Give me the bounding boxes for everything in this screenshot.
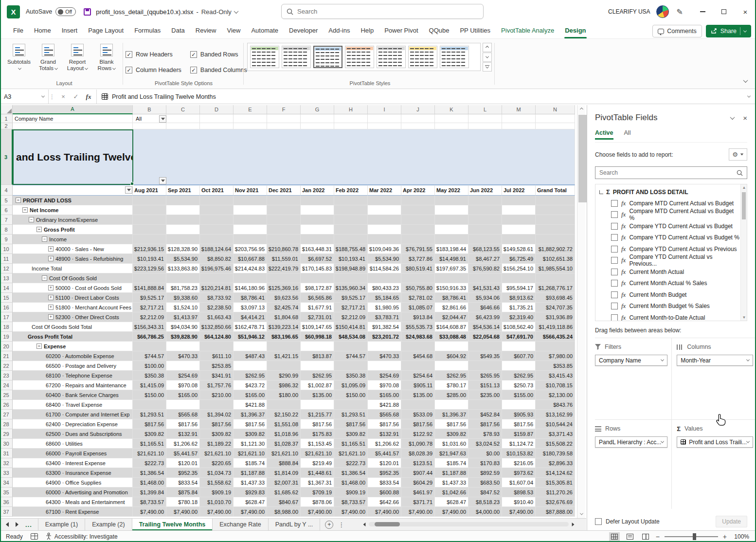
cell-G28[interactable]: $817.56 bbox=[301, 419, 334, 429]
row-header-35[interactable]: 35 bbox=[0, 488, 13, 497]
cell-N17[interactable]: $31,936.89 bbox=[536, 312, 575, 322]
row-label-5[interactable]: −PROFIT AND LOSS bbox=[13, 196, 133, 205]
cell-L36[interactable]: $8,518.23 bbox=[468, 497, 502, 507]
cell-G9[interactable] bbox=[301, 235, 334, 244]
cell-B32[interactable]: $222.73 bbox=[133, 458, 166, 468]
cell-D22[interactable]: $253.85 bbox=[200, 361, 234, 371]
cell-K18[interactable]: $164,608.87 bbox=[435, 322, 468, 332]
cell-E8[interactable] bbox=[234, 225, 267, 235]
cell-M7[interactable] bbox=[502, 215, 536, 225]
name-box[interactable]: A3 bbox=[0, 90, 49, 104]
field-source-profit-and-loss-detail[interactable]: ΣPROFIT AND LOSS DETAIL bbox=[598, 186, 740, 198]
cell-B23[interactable]: $350.38 bbox=[133, 371, 166, 380]
cell-B14[interactable]: $141,888.84 bbox=[133, 283, 166, 293]
cell-L14[interactable]: $41,531.43 bbox=[468, 283, 502, 293]
row-label-30[interactable]: 68600 · Utilities bbox=[13, 439, 133, 449]
cell-F33[interactable]: $1,814.09 bbox=[267, 468, 301, 478]
cell-C18[interactable]: $94,034.90 bbox=[166, 322, 200, 332]
cell-G21[interactable]: $813.87 bbox=[301, 351, 334, 361]
row-label-19[interactable]: Gross Profit Total bbox=[13, 332, 133, 342]
columns-pill-month-year[interactable]: Month-Year bbox=[677, 355, 753, 366]
collapse-icon[interactable]: − bbox=[29, 217, 34, 222]
cell-H18[interactable]: $150,414.81 bbox=[334, 322, 368, 332]
cell-M33[interactable]: $973.62 bbox=[502, 468, 536, 478]
cell-M30[interactable]: $1,124.72 bbox=[502, 439, 536, 449]
cell-B2[interactable] bbox=[133, 123, 166, 129]
cell-M10[interactable]: $149,528.61 bbox=[502, 244, 536, 254]
checkbox-column-headers[interactable] bbox=[126, 67, 132, 73]
cell-E16[interactable]: $3,097.13 bbox=[234, 303, 267, 312]
cell-H5[interactable] bbox=[334, 196, 368, 205]
column-header-N[interactable]: N bbox=[536, 105, 575, 114]
cell-D34[interactable]: $1,558.62 bbox=[200, 478, 234, 488]
cell-J14[interactable]: $50,755.80 bbox=[401, 283, 435, 293]
cell-B36[interactable]: $8,733.57 bbox=[133, 497, 166, 507]
row-label-6[interactable]: −Net Income bbox=[13, 205, 133, 215]
cell-D24[interactable]: $1,757.76 bbox=[200, 380, 234, 390]
cell-F13[interactable] bbox=[267, 273, 301, 283]
cell-E17[interactable]: $4,414.21 bbox=[234, 312, 267, 322]
cell-M26[interactable] bbox=[502, 400, 536, 410]
row-label-15[interactable]: +51100 · Direct Labor Costs bbox=[13, 293, 133, 303]
cell-B19[interactable]: $66,786.25 bbox=[133, 332, 166, 342]
cell-A1[interactable]: Company Name bbox=[13, 114, 133, 123]
cell-B13[interactable] bbox=[133, 273, 166, 283]
cell-F16[interactable]: $2,425.74 bbox=[267, 303, 301, 312]
cell-D30[interactable]: $1,189.22 bbox=[200, 439, 234, 449]
cell-B9[interactable] bbox=[133, 235, 166, 244]
cell-N37[interactable]: $87,888.00 bbox=[536, 507, 575, 517]
cell-K12[interactable]: $197,697.35 bbox=[435, 264, 468, 273]
cell-A4[interactable] bbox=[13, 185, 133, 196]
column-header-H[interactable]: H bbox=[334, 105, 368, 114]
cell-E27[interactable]: $1,396.37 bbox=[234, 410, 267, 419]
pivot-style-7[interactable] bbox=[440, 46, 469, 68]
cell-I10[interactable]: $109,049.36 bbox=[368, 244, 401, 254]
zoom-slider-thumb[interactable] bbox=[693, 533, 696, 540]
column-label-apr-2022[interactable]: Apr 2022 bbox=[401, 185, 435, 196]
cell-C33[interactable]: $952.35 bbox=[166, 468, 200, 478]
cell-L34[interactable]: $683.50 bbox=[468, 478, 502, 488]
values-area[interactable]: ΣValues Profit and Loss Traili... bbox=[671, 419, 756, 509]
cell-I32[interactable]: $120.01 bbox=[368, 458, 401, 468]
cell-H9[interactable] bbox=[334, 235, 368, 244]
cell-B17[interactable]: $2,212.09 bbox=[133, 312, 166, 322]
cell-H24[interactable]: $1,095.09 bbox=[334, 380, 368, 390]
rows-pill-pandl-hierarchy[interactable]: PandL Hierarchy : Acc... bbox=[595, 436, 667, 448]
cell-G13[interactable] bbox=[301, 273, 334, 283]
cell-N15[interactable]: $93,698.45 bbox=[536, 293, 575, 303]
cell-E7[interactable] bbox=[234, 215, 267, 225]
cell-L18[interactable]: $54,536.14 bbox=[468, 322, 502, 332]
row-label-11[interactable]: +48900 · Sales - Refurbishing bbox=[13, 254, 133, 264]
row-header-12[interactable]: 12 bbox=[0, 264, 13, 273]
values-pill-profit-loss[interactable]: Profit and Loss Traili... bbox=[677, 436, 753, 448]
panel-tab-active[interactable]: Active bbox=[595, 129, 613, 139]
field-list-scrollbar[interactable]: ▲ ▼ bbox=[740, 184, 747, 321]
cell-M20[interactable] bbox=[502, 342, 536, 351]
cell-L11[interactable]: $8,467.27 bbox=[468, 254, 502, 264]
cell-I17[interactable]: $3,783.71 bbox=[368, 312, 401, 322]
cell-M34[interactable]: $1,607.04 bbox=[502, 478, 536, 488]
cell-M31[interactable]: $10,153.82 bbox=[502, 449, 536, 458]
cell-G15[interactable]: $6,565.86 bbox=[301, 293, 334, 303]
cell-G16[interactable]: $1,677.91 bbox=[301, 303, 334, 312]
cell-G32[interactable]: $219.49 bbox=[301, 458, 334, 468]
collapse-icon[interactable]: − bbox=[42, 236, 47, 242]
cell-L13[interactable] bbox=[468, 273, 502, 283]
cell-F10[interactable]: $210,860.78 bbox=[267, 244, 301, 254]
field-checkbox-current-month-actual-sales[interactable] bbox=[611, 280, 618, 287]
expand-icon[interactable]: + bbox=[48, 295, 54, 300]
cell-H2[interactable] bbox=[334, 123, 368, 129]
cell-L1[interactable] bbox=[468, 114, 502, 123]
cell-C7[interactable] bbox=[166, 215, 200, 225]
excel-logo-icon[interactable]: X bbox=[7, 5, 20, 18]
cell-L28[interactable]: $817.56 bbox=[468, 419, 502, 429]
row-header-32[interactable]: 32 bbox=[0, 458, 13, 468]
row-header-15[interactable]: 15 bbox=[0, 293, 13, 303]
cell-M37[interactable]: $7,490.00 bbox=[502, 507, 536, 517]
scroll-left-icon[interactable] bbox=[363, 523, 366, 526]
cell-G27[interactable]: $1,215.77 bbox=[301, 410, 334, 419]
cell-F18[interactable]: $139,223.14 bbox=[267, 322, 301, 332]
cell-B35[interactable]: $1,399.84 bbox=[133, 488, 166, 497]
field-checkbox-current-month-budget-sales[interactable] bbox=[611, 303, 618, 309]
row-label-23[interactable]: 68100 · Telephone Expense bbox=[13, 371, 133, 380]
